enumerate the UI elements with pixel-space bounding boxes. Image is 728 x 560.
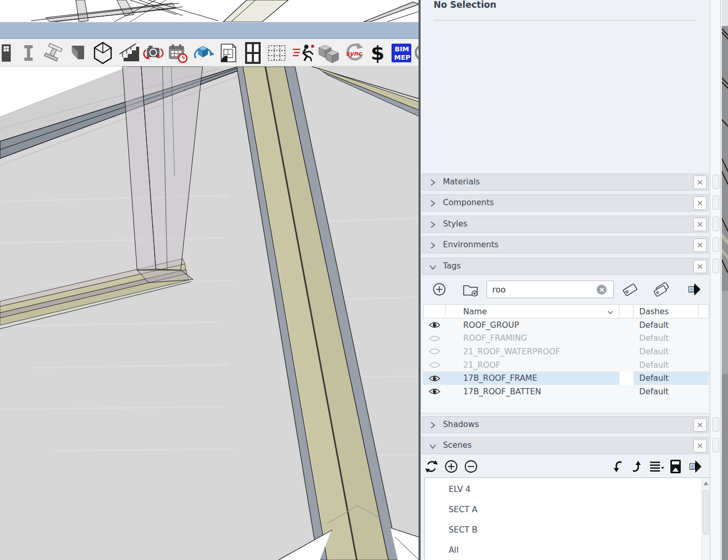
visibility-eye-off-icon[interactable] [423, 345, 446, 358]
section-header-tags[interactable]: Tags [422, 258, 709, 275]
tag-row[interactable]: 21_ROOF_WATERPROOF Default [423, 345, 709, 358]
name-column-header[interactable]: Name [446, 304, 619, 318]
scene-item[interactable]: ELV 4 [425, 481, 695, 498]
extra-column-header[interactable] [699, 304, 709, 318]
move-scene-up-icon[interactable] [627, 457, 646, 476]
tag-color-cell[interactable] [619, 332, 633, 345]
steel-beam-icon[interactable] [43, 41, 66, 65]
section-header-shadows[interactable]: Shadows [422, 416, 709, 433]
scrollbar-thumb[interactable] [703, 490, 709, 535]
section-header-environments[interactable]: Environments [422, 236, 709, 254]
tag-search-input[interactable] [487, 281, 614, 298]
visibility-eye-off-icon[interactable] [423, 358, 446, 372]
section-label: Tags [443, 261, 461, 271]
stairs-icon[interactable] [117, 41, 140, 65]
scenes-details-arrow-icon[interactable] [686, 457, 705, 476]
tag-name[interactable]: 17B_ROOF_BATTEN [446, 385, 619, 398]
fragment-button-sliver [712, 417, 719, 432]
scene-list-scrollbar[interactable] [702, 478, 710, 560]
close-section-button[interactable] [693, 238, 707, 252]
dashes-column-header[interactable]: Dashes [633, 304, 699, 318]
tag-edit-icon[interactable] [622, 281, 639, 298]
column-icon[interactable] [17, 41, 40, 65]
scene-view-options-icon[interactable] [647, 457, 666, 476]
section-header-styles[interactable]: Styles [422, 216, 709, 233]
section-header-materials[interactable]: Materials [422, 174, 709, 191]
section-header-scenes[interactable]: Scenes [422, 437, 709, 454]
section-label: Environments [443, 240, 498, 249]
visibility-column-header[interactable] [423, 304, 446, 318]
plugin-toolbar: sync $ BIMMEP [0, 39, 419, 66]
tag-color-cell[interactable] [619, 318, 633, 332]
bim-mep-icon[interactable]: BIMMEP [390, 41, 413, 65]
tag-dashes[interactable]: Default [633, 358, 699, 372]
tag-name[interactable]: ROOF_FRAMING [446, 332, 619, 345]
visibility-eye-icon[interactable] [423, 385, 446, 398]
name-column-label: Name [463, 307, 487, 316]
orbit-cube-icon[interactable] [192, 41, 214, 65]
color-column-header[interactable] [619, 304, 633, 318]
scene-item[interactable]: SECT B [425, 522, 695, 538]
camera-rotate-icon[interactable] [142, 41, 165, 65]
clear-search-icon[interactable] [597, 285, 606, 295]
tag-row[interactable]: ROOF_GROUP Default [423, 318, 709, 332]
tag-color-cell[interactable] [619, 371, 633, 385]
tag-name[interactable]: 21_ROOF [446, 358, 619, 372]
tag-color-cell[interactable] [619, 385, 633, 398]
dotted-grid-icon[interactable] [265, 41, 288, 65]
scene-item[interactable]: All [425, 542, 695, 558]
scene-thumbnail-icon[interactable] [666, 457, 685, 476]
tag-dashes[interactable]: Default [633, 385, 699, 398]
scrollbar-up-arrow[interactable] [702, 478, 710, 488]
add-scene-icon[interactable] [442, 457, 461, 476]
close-section-button[interactable] [693, 218, 707, 231]
tag-dashes[interactable]: Default [633, 345, 699, 358]
remove-scene-icon[interactable] [462, 457, 480, 476]
fragment-button-sliver [712, 237, 719, 252]
close-section-button[interactable] [693, 439, 707, 452]
section-header-components[interactable]: Components [422, 194, 709, 211]
tag-dashes[interactable]: Default [633, 318, 699, 332]
tag-name[interactable]: 21_ROOF_WATERPROOF [446, 345, 619, 358]
close-section-button[interactable] [693, 196, 707, 210]
close-section-button[interactable] [693, 176, 707, 189]
tag-row[interactable]: 21_ROOF Default [423, 358, 709, 372]
calendar-clock-icon[interactable] [167, 41, 190, 65]
tag-name[interactable]: ROOF_GROUP [446, 318, 619, 332]
door-icon[interactable] [0, 41, 14, 65]
tag-row[interactable]: ROOF_FRAMING Default [423, 332, 709, 345]
move-scene-down-icon[interactable] [609, 457, 627, 476]
tag-color-cell[interactable] [619, 345, 633, 358]
visibility-eye-icon[interactable] [423, 318, 446, 332]
fragment-button-sliver [712, 438, 719, 452]
scene-item[interactable]: SECT A [425, 501, 695, 518]
viewport-top-fragment[interactable] [0, 0, 419, 22]
tags-stack-icon[interactable] [653, 281, 670, 298]
visibility-eye-icon[interactable] [423, 371, 446, 385]
tag-row-tail [699, 371, 709, 385]
cube-wireframe-icon[interactable] [91, 41, 114, 65]
add-tag-folder-icon[interactable] [462, 281, 479, 298]
dollar-icon[interactable]: $ [365, 41, 388, 65]
viewport-3d[interactable] [0, 66, 419, 560]
update-scene-icon[interactable] [422, 457, 441, 476]
close-section-button[interactable] [693, 418, 707, 432]
boxes-icon[interactable] [317, 41, 340, 65]
visibility-eye-off-icon[interactable] [423, 332, 446, 345]
tag-dashes[interactable]: Default [633, 332, 699, 345]
window-frame-icon[interactable] [241, 41, 264, 65]
tag-row[interactable]: 17B_ROOF_BATTEN Default [423, 385, 709, 398]
tag-color-cell[interactable] [619, 358, 633, 372]
corner-plate-icon[interactable] [66, 41, 89, 65]
fragment-model-strip [722, 0, 728, 560]
sync-icon[interactable]: sync [342, 41, 365, 65]
tag-dashes[interactable]: Default [633, 371, 699, 385]
tag-name[interactable]: 17B_ROOF_FRAME [446, 371, 619, 385]
tag-row-selected[interactable]: 17B_ROOF_FRAME Default [423, 371, 709, 385]
tags-details-arrow-icon[interactable] [685, 281, 703, 298]
close-section-button[interactable] [693, 260, 707, 273]
plan-document-icon[interactable] [217, 41, 239, 65]
runner-icon[interactable] [292, 41, 315, 65]
add-tag-icon[interactable] [430, 281, 448, 298]
section-label: Components [443, 198, 494, 207]
